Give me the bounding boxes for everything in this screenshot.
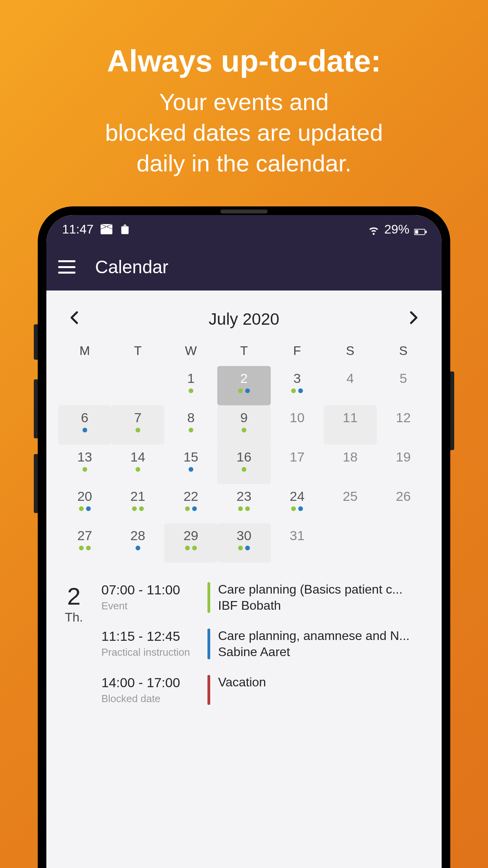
calendar-day[interactable]: 25 [324,484,377,523]
svg-rect-1 [415,230,418,234]
calendar-day[interactable]: 10 [271,405,324,445]
calendar-day[interactable]: 9 [217,405,270,445]
calendar-day[interactable]: 19 [377,445,430,484]
event-time-col: 07:00 - 11:00Event [101,582,200,613]
event-dots [189,467,193,472]
calendar-day[interactable]: 18 [324,445,377,484]
calendar-week-row: 12345 [58,366,430,405]
next-month-button[interactable] [402,306,426,332]
calendar-day[interactable]: 5 [377,366,430,405]
calendar-day[interactable]: 1 [164,366,217,405]
dow-label: S [324,344,377,366]
calendar-day[interactable]: 17 [271,445,324,484]
event-dots [291,388,303,393]
day-number: 20 [77,489,92,504]
event-dots [242,467,246,472]
calendar-day [58,366,111,405]
event-dot [245,506,250,511]
calendar-day[interactable]: 12 [377,405,430,445]
day-number: 11 [343,410,358,425]
phone-notch [220,210,268,213]
event-time: 07:00 - 11:00 [101,582,200,598]
selected-date-dow: Th. [58,610,90,625]
day-number: 4 [347,371,354,386]
event-dot [83,428,87,432]
event-dots [238,388,250,393]
calendar-day[interactable]: 22 [164,484,217,523]
selected-date: 2 Th. [58,582,90,705]
event-dot [185,506,190,511]
calendar-day[interactable]: 7 [111,405,164,445]
calendar-day[interactable]: 29 [164,523,217,563]
event-time-col: 11:15 - 12:45Practical instruction [101,629,200,659]
page-title: Calendar [95,256,169,278]
phone-frame: 11:47 29% Calendar [38,206,450,868]
promo-title: Always up-to-date: [107,43,381,79]
calendar-day[interactable]: 6 [58,405,111,445]
phone-side-button [34,324,38,360]
calendar-day[interactable]: 26 [377,484,430,523]
event-time: 11:15 - 12:45 [101,629,200,644]
calendar-day[interactable]: 21 [111,484,164,523]
calendar-day[interactable]: 28 [111,523,164,563]
event-subtitle: Sabine Aaret [218,645,430,659]
event-dot [298,388,303,393]
event-dots [185,506,197,511]
event-dots [189,428,193,432]
calendar-day[interactable]: 20 [58,484,111,523]
event-dots [79,546,91,550]
event-row[interactable]: 07:00 - 11:00EventCare planning (Basics … [101,582,430,613]
phone-screen: 11:47 29% Calendar [46,215,442,868]
day-number: 13 [77,449,92,465]
event-dot [238,506,243,511]
calendar-day[interactable]: 3 [271,366,324,405]
day-number: 17 [290,449,305,465]
event-row[interactable]: 11:15 - 12:45Practical instructionCare p… [101,629,430,659]
event-time: 14:00 - 17:00 [101,675,200,690]
calendar-day[interactable]: 31 [271,523,324,563]
phone-volume-down [34,454,38,513]
calendar-day[interactable]: 15 [164,445,217,484]
event-dots [83,428,87,432]
event-dot [245,388,250,393]
calendar-day[interactable]: 27 [58,523,111,563]
calendar-day[interactable]: 14 [111,445,164,484]
event-dots [136,467,140,472]
wifi-icon [368,224,380,234]
day-of-week-header: MTWTFSS [58,344,430,366]
day-number: 7 [134,410,141,425]
calendar-day[interactable]: 11 [324,405,377,445]
calendar-day[interactable]: 2 [217,366,270,405]
event-dots [136,428,140,432]
day-number: 16 [237,449,251,465]
day-number: 22 [183,489,198,504]
selected-date-num: 2 [58,582,90,610]
calendar-day[interactable]: 13 [58,445,111,484]
event-dots [291,506,303,511]
event-dots [238,546,250,550]
prev-month-button[interactable] [62,306,86,332]
event-dot [192,506,197,511]
status-bar: 11:47 29% [46,215,442,243]
menu-icon[interactable] [58,260,75,274]
calendar-day[interactable]: 16 [217,445,270,484]
event-dot [189,467,193,472]
dow-label: T [111,344,164,366]
calendar-day[interactable]: 23 [217,484,270,523]
day-number: 19 [396,449,411,465]
event-dots [136,546,140,550]
day-number: 1 [187,371,194,386]
month-label: July 2020 [209,310,279,329]
day-number: 25 [343,489,358,504]
calendar-day[interactable]: 8 [164,405,217,445]
calendar-day[interactable]: 4 [324,366,377,405]
event-row[interactable]: 14:00 - 17:00Blocked dateVacation [101,675,430,705]
event-type: Event [101,600,200,612]
calendar-day[interactable]: 24 [271,484,324,523]
day-number: 3 [294,371,301,386]
day-number: 10 [290,410,305,425]
event-color-bar [207,582,210,613]
dow-label: M [58,344,111,366]
calendar-day[interactable]: 30 [217,523,270,563]
day-events: 2 Th. 07:00 - 11:00EventCare planning (B… [58,582,430,705]
